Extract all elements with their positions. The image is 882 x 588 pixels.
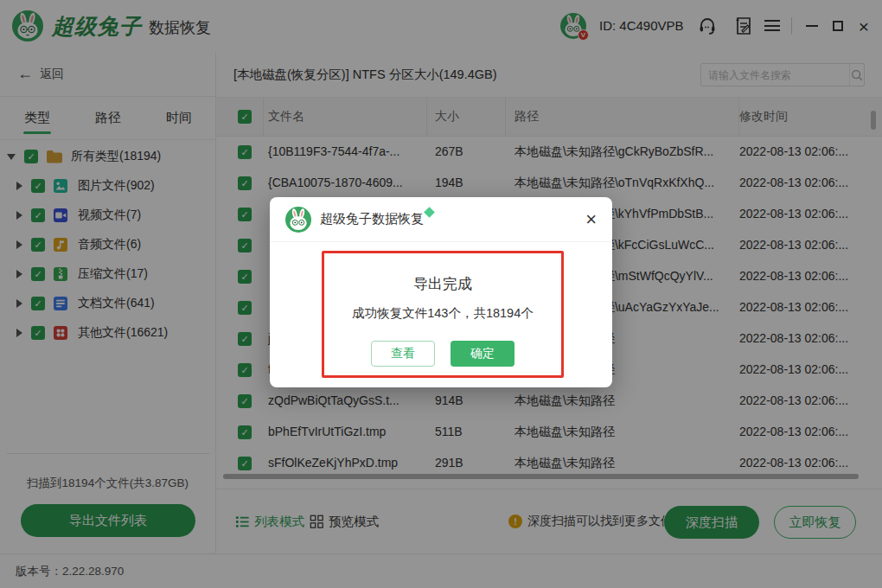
dialog-title: 超级兔子数据恢复 (320, 211, 424, 227)
dialog-header: 超级兔子数据恢复 × (270, 197, 612, 242)
dialog-close-icon[interactable]: × (585, 210, 597, 229)
export-complete-dialog: 超级兔子数据恢复 × 导出完成 成功恢复文件143个，共18194个 查看 确定 (270, 197, 612, 387)
view-button[interactable]: 查看 (371, 341, 435, 367)
dialog-message-title: 导出完成 (413, 274, 472, 294)
dialog-message-detail: 成功恢复文件143个，共18194个 (352, 305, 534, 322)
app-window: 超级兔子 数据恢复 V ID: 4C490VPB (0, 0, 882, 588)
sparkle-diamond-icon (424, 207, 435, 218)
result-highlight-box: 导出完成 成功恢复文件143个，共18194个 查看 确定 (322, 251, 564, 378)
rabbit-logo-icon (285, 207, 311, 233)
ok-button[interactable]: 确定 (451, 341, 514, 367)
